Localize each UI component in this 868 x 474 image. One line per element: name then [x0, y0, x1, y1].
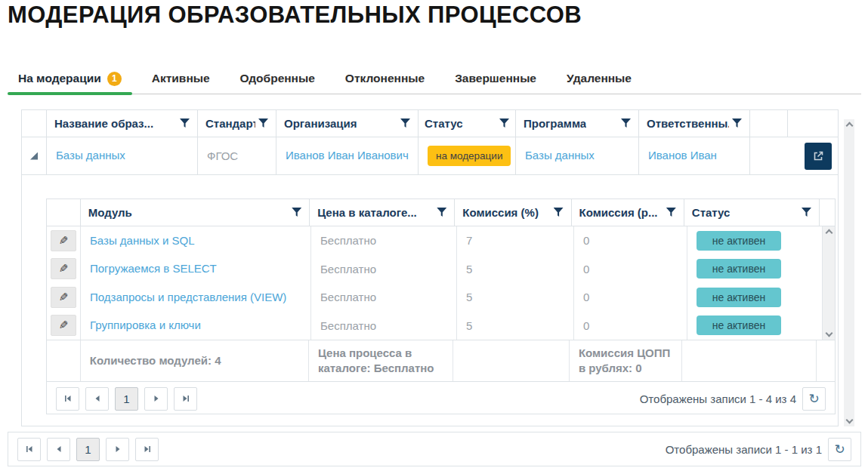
filter-icon[interactable] [180, 119, 190, 128]
scroll-down-icon[interactable] [825, 330, 832, 337]
footer-empty-cell [682, 340, 817, 381]
filter-icon[interactable] [437, 208, 446, 217]
tab-on-moderation[interactable]: На модерации 1 [8, 63, 132, 94]
module-status-cell: не активен [687, 283, 823, 312]
module-name-link[interactable]: Группировка и ключи [90, 318, 201, 333]
pencil-icon: ✎ [59, 234, 69, 248]
hierarchy-column-header [22, 110, 47, 137]
filter-icon[interactable] [258, 119, 268, 128]
filter-icon[interactable] [666, 208, 676, 217]
module-row: ✎ Группировка и ключи Бесплатно 5 [47, 312, 835, 340]
processes-grid-header: Название образ... Стандарт Организация С… [22, 110, 838, 137]
open-process-button[interactable] [805, 143, 832, 170]
commission-rub-cell: 0 [574, 255, 687, 284]
refresh-button[interactable]: ↻ [828, 438, 851, 461]
process-row: Базы данных ФГОС Иванов Иван Иванович на… [22, 137, 838, 175]
responsible-link[interactable]: Иванов Иван [648, 148, 717, 163]
module-status-badge: не активен [697, 315, 781, 335]
column-header-catalog-price: Цена в каталоге... [310, 199, 455, 226]
commission-pct-cell: 5 [457, 283, 574, 312]
next-page-button[interactable] [144, 387, 168, 411]
pager-info: Отображены записи 1 - 4 из 4 [640, 392, 796, 405]
organization-cell: Иванов Иван Иванович [276, 137, 419, 174]
module-status-badge: не активен [697, 259, 781, 279]
tab-completed[interactable]: Завершенные [444, 63, 547, 94]
processes-pager: 1 Отображены записи 1 - 1 из 1 ↻ [8, 432, 861, 466]
filter-icon[interactable] [292, 208, 301, 217]
standard-cell: ФГОС [198, 137, 276, 174]
module-name-link[interactable]: Базы данных и SQL [90, 233, 195, 248]
edit-module-button[interactable]: ✎ [51, 230, 76, 251]
next-page-icon [114, 445, 122, 453]
commission-rub-cell: 0 [574, 226, 687, 255]
page-scrollbar[interactable] [844, 119, 854, 426]
scroll-up-icon[interactable] [845, 122, 853, 130]
next-page-button[interactable] [106, 438, 129, 461]
filter-icon[interactable] [621, 119, 631, 128]
process-name-link[interactable]: Базы данных [56, 148, 125, 163]
edit-module-button[interactable]: ✎ [51, 287, 76, 308]
edit-module-button[interactable]: ✎ [51, 315, 76, 336]
filter-icon[interactable] [499, 119, 509, 128]
filter-icon[interactable] [802, 208, 811, 217]
actions-cell [750, 137, 838, 174]
first-page-button[interactable] [17, 438, 41, 461]
module-name-cell: Погружаемся в SELECT [81, 255, 311, 284]
footer-spacer [817, 340, 835, 381]
commission-pct-cell: 7 [457, 226, 574, 255]
commission-pct-value: 5 [466, 291, 472, 303]
modules-scrollbar[interactable] [822, 226, 835, 340]
column-label: Программа [524, 117, 586, 130]
edit-module-button[interactable]: ✎ [51, 258, 76, 279]
active-tab-underline [8, 92, 132, 95]
column-header-program: Программа [516, 110, 639, 137]
price-cell: Бесплатно [311, 255, 457, 284]
edit-cell: ✎ [47, 255, 81, 284]
tab-active-processes[interactable]: Активные [141, 63, 221, 94]
processes-grid: Название образ... Стандарт Организация С… [21, 109, 839, 426]
filter-icon[interactable] [554, 208, 564, 217]
commission-pct-cell: 5 [457, 312, 574, 340]
prev-page-button[interactable] [85, 387, 109, 411]
page-number-button[interactable]: 1 [115, 387, 138, 411]
filter-icon[interactable] [400, 119, 410, 128]
module-name-link[interactable]: Подзапросы и представления (VIEW) [90, 290, 286, 305]
tabstrip: На модерации 1 Активные Одобренные Откло… [8, 63, 861, 94]
last-page-button[interactable] [135, 438, 159, 461]
module-row: ✎ Базы данных и SQL Бесплатно 7 [47, 226, 835, 255]
scroll-up-icon[interactable] [825, 229, 832, 237]
last-page-icon [144, 445, 151, 453]
filter-icon[interactable] [732, 119, 742, 128]
prev-page-button[interactable] [47, 438, 70, 461]
scroll-down-icon[interactable] [845, 417, 853, 424]
first-page-icon [26, 445, 33, 453]
module-name-link[interactable]: Погружаемся в SELECT [90, 261, 217, 276]
tab-label: На модерации [18, 72, 101, 85]
standard-value: ФГОС [207, 149, 238, 162]
first-page-button[interactable] [56, 387, 79, 411]
collapse-row-icon[interactable] [30, 152, 38, 160]
tab-label: Активные [152, 72, 210, 85]
edit-cell: ✎ [47, 226, 81, 255]
column-label: Цена в каталоге... [317, 206, 417, 219]
refresh-button[interactable]: ↻ [802, 387, 826, 411]
tab-approved[interactable]: Одобренные [230, 63, 326, 94]
page-number-button[interactable]: 1 [76, 438, 100, 461]
modules-grid-content: ✎ Базы данных и SQL Бесплатно 7 [47, 226, 835, 340]
last-page-icon [182, 395, 190, 402]
tab-label: Завершенные [455, 72, 536, 85]
tab-deleted[interactable]: Удаленные [556, 63, 642, 94]
pencil-icon: ✎ [59, 262, 69, 275]
organization-link[interactable]: Иванов Иван Иванович [286, 148, 409, 163]
last-page-button[interactable] [174, 387, 197, 411]
tab-label: Удаленные [567, 72, 632, 85]
column-label: Стандарт [205, 117, 255, 130]
modules-grid: Модуль Цена в каталоге... Комиссия (%) К… [46, 199, 836, 414]
tab-rejected[interactable]: Отклоненные [335, 63, 435, 94]
price-value: Бесплатно [320, 234, 376, 247]
column-label: Комиссия (%) [462, 206, 539, 219]
program-cell: Базы данных [516, 137, 639, 174]
module-status-cell: не активен [687, 312, 823, 340]
price-value: Бесплатно [320, 263, 376, 275]
program-link[interactable]: Базы данных [525, 148, 595, 163]
